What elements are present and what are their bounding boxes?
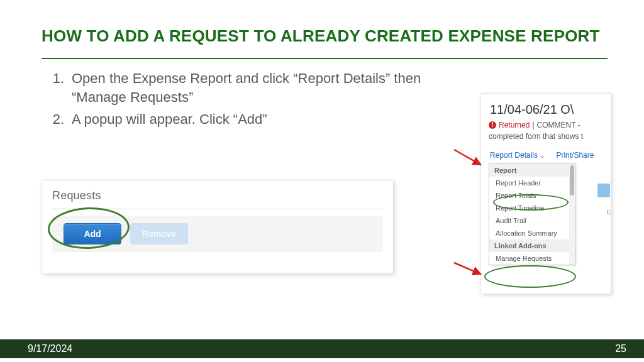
svg-line-1 (454, 263, 480, 274)
menu-header-report: Report (489, 164, 575, 177)
footer-date: 9/17/2024 (28, 343, 72, 354)
report-details-text: Report Details (490, 151, 538, 160)
svg-line-0 (454, 150, 480, 165)
menu-item-report-totals[interactable]: Report Totals (489, 189, 575, 202)
report-action-links: Report Details ⌄ Print/Share (490, 151, 606, 160)
menu-header-linked-addons: Linked Add-ons (489, 239, 575, 252)
print-share-link[interactable]: Print/Share (556, 151, 594, 160)
add-button[interactable]: Add (64, 223, 121, 244)
chevron-down-icon: ⌄ (540, 152, 545, 159)
warning-icon: ! (489, 121, 496, 129)
arrow-to-report-details (453, 147, 484, 171)
slide-root: { "title": "HOW TO ADD A REQUEST TO ALRE… (0, 0, 644, 362)
step-2-text: A popup will appear. Click “Add” (72, 111, 267, 127)
menu-item-audit-trail[interactable]: Audit Trail (489, 214, 575, 227)
edit-button-fragment[interactable] (597, 184, 610, 197)
report-panel: 11/04-06/21 O\ ! Returned | COMMENT - co… (480, 93, 611, 294)
step-1: 1.Open the Expense Report and click “Rep… (45, 69, 435, 106)
report-details-menu: Report Report Header Report Totals Repor… (489, 163, 575, 265)
requests-popup: Requests Add Remove (42, 180, 394, 274)
step-1-text: Open the Expense Report and click “Repor… (72, 70, 421, 105)
returned-separator: | (532, 121, 534, 129)
report-date-range: 11/04-06/21 O\ (490, 102, 606, 117)
title-underline (42, 58, 608, 59)
returned-comment: COMMENT - (537, 121, 580, 129)
menu-item-manage-requests[interactable]: Manage Requests (489, 252, 575, 265)
slide-footer: 9/17/2024 25 (0, 339, 644, 358)
menu-scrollbar-thumb[interactable] (570, 165, 574, 195)
requests-label: Requests (52, 189, 383, 202)
report-details-link[interactable]: Report Details ⌄ (490, 151, 545, 160)
requests-button-row: Add Remove (52, 216, 383, 252)
remove-button[interactable]: Remove (130, 223, 188, 244)
menu-item-report-timeline[interactable]: Report Timeline (489, 202, 575, 214)
step-2: 2.A popup will appear. Click “Add” (45, 110, 435, 129)
menu-item-allocation-summary[interactable]: Allocation Summary (489, 227, 575, 239)
returned-label: Returned (499, 121, 530, 129)
requests-divider (52, 209, 383, 209)
page-title: HOW TO ADD A REQUEST TO ALREADY CREATED … (42, 26, 600, 46)
instruction-steps: 1.Open the Expense Report and click “Rep… (45, 69, 435, 133)
sort-fragment-text: t↓ (607, 209, 611, 216)
returned-subtext: completed form that shows t (489, 132, 606, 141)
footer-page-number: 25 (615, 343, 626, 354)
menu-item-report-header[interactable]: Report Header (489, 177, 575, 189)
arrow-to-manage-requests (453, 260, 484, 282)
report-status-row: ! Returned | COMMENT - (489, 121, 606, 129)
